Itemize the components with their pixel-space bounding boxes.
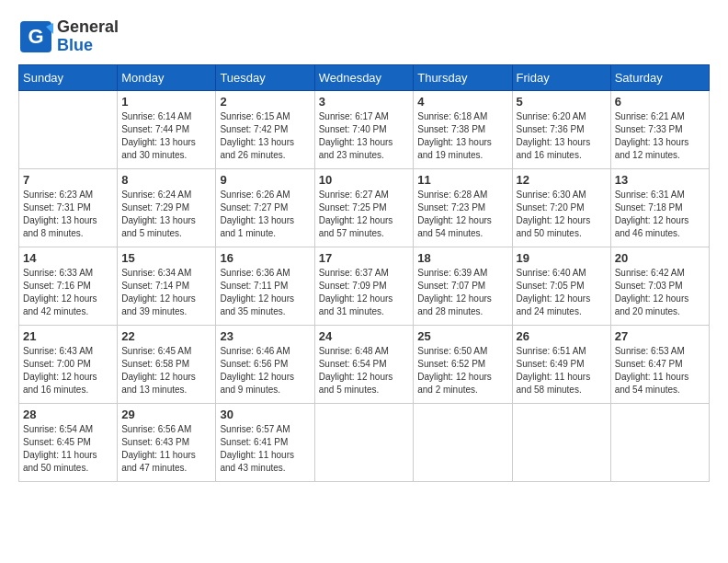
- day-info: Sunrise: 6:43 AMSunset: 7:00 PMDaylight:…: [23, 345, 113, 396]
- calendar-cell: [314, 403, 414, 481]
- day-info: Sunrise: 6:28 AMSunset: 7:23 PMDaylight:…: [417, 189, 507, 240]
- week-row-5: 28Sunrise: 6:54 AMSunset: 6:45 PMDayligh…: [19, 403, 710, 481]
- day-number: 1: [121, 95, 211, 109]
- day-info: Sunrise: 6:27 AMSunset: 7:25 PMDaylight:…: [319, 189, 410, 240]
- day-number: 28: [23, 408, 113, 421]
- day-header-monday: Monday: [118, 64, 216, 90]
- day-number: 11: [417, 173, 507, 187]
- day-info: Sunrise: 6:18 AMSunset: 7:38 PMDaylight:…: [417, 110, 507, 162]
- day-number: 13: [615, 173, 705, 187]
- day-info: Sunrise: 6:48 AMSunset: 6:54 PMDaylight:…: [319, 345, 410, 396]
- calendar-cell: 28Sunrise: 6:54 AMSunset: 6:45 PMDayligh…: [19, 403, 118, 481]
- day-info: Sunrise: 6:20 AMSunset: 7:36 PMDaylight:…: [517, 110, 607, 162]
- day-number: 5: [517, 95, 607, 109]
- day-info: Sunrise: 6:34 AMSunset: 7:14 PMDaylight:…: [121, 267, 211, 318]
- day-number: 23: [220, 329, 310, 343]
- calendar-cell: [19, 90, 118, 168]
- day-number: 27: [615, 329, 705, 343]
- day-number: 6: [615, 95, 705, 109]
- calendar-cell: 12Sunrise: 6:30 AMSunset: 7:20 PMDayligh…: [512, 168, 610, 247]
- day-info: Sunrise: 6:31 AMSunset: 7:18 PMDaylight:…: [615, 189, 705, 240]
- day-header-thursday: Thursday: [414, 64, 512, 90]
- calendar-cell: 29Sunrise: 6:56 AMSunset: 6:43 PMDayligh…: [118, 403, 216, 481]
- header: G General Blue: [18, 18, 710, 55]
- calendar-cell: 13Sunrise: 6:31 AMSunset: 7:18 PMDayligh…: [610, 168, 709, 247]
- calendar-cell: 16Sunrise: 6:36 AMSunset: 7:11 PMDayligh…: [216, 247, 314, 325]
- day-number: 29: [121, 408, 211, 421]
- day-number: 14: [23, 251, 113, 265]
- calendar-cell: 9Sunrise: 6:26 AMSunset: 7:27 PMDaylight…: [216, 168, 314, 247]
- day-info: Sunrise: 6:17 AMSunset: 7:40 PMDaylight:…: [319, 110, 410, 162]
- day-number: 24: [319, 329, 410, 343]
- day-number: 26: [517, 329, 607, 343]
- week-row-3: 14Sunrise: 6:33 AMSunset: 7:16 PMDayligh…: [19, 247, 710, 325]
- calendar-cell: 15Sunrise: 6:34 AMSunset: 7:14 PMDayligh…: [118, 247, 216, 325]
- calendar-cell: 17Sunrise: 6:37 AMSunset: 7:09 PMDayligh…: [314, 247, 414, 325]
- day-info: Sunrise: 6:54 AMSunset: 6:45 PMDaylight:…: [23, 423, 113, 475]
- day-info: Sunrise: 6:30 AMSunset: 7:20 PMDaylight:…: [517, 189, 607, 240]
- logo-general: General: [57, 17, 119, 36]
- calendar-cell: 3Sunrise: 6:17 AMSunset: 7:40 PMDaylight…: [314, 90, 414, 168]
- day-number: 18: [417, 251, 507, 265]
- day-info: Sunrise: 6:23 AMSunset: 7:31 PMDaylight:…: [23, 189, 113, 240]
- day-number: 20: [615, 251, 705, 265]
- day-info: Sunrise: 6:21 AMSunset: 7:33 PMDaylight:…: [615, 110, 705, 162]
- day-number: 8: [121, 173, 211, 187]
- calendar-cell: 18Sunrise: 6:39 AMSunset: 7:07 PMDayligh…: [414, 247, 512, 325]
- day-header-saturday: Saturday: [610, 64, 709, 90]
- day-number: 4: [417, 95, 507, 109]
- day-info: Sunrise: 6:36 AMSunset: 7:11 PMDaylight:…: [220, 267, 310, 318]
- calendar-cell: 30Sunrise: 6:57 AMSunset: 6:41 PMDayligh…: [216, 403, 314, 481]
- week-row-4: 21Sunrise: 6:43 AMSunset: 7:00 PMDayligh…: [19, 325, 710, 403]
- logo: G General Blue: [18, 18, 119, 55]
- day-number: 22: [121, 329, 211, 343]
- day-number: 19: [517, 251, 607, 265]
- calendar-cell: 25Sunrise: 6:50 AMSunset: 6:52 PMDayligh…: [414, 325, 512, 403]
- calendar-cell: 24Sunrise: 6:48 AMSunset: 6:54 PMDayligh…: [314, 325, 414, 403]
- day-info: Sunrise: 6:15 AMSunset: 7:42 PMDaylight:…: [220, 110, 310, 162]
- calendar-cell: 23Sunrise: 6:46 AMSunset: 6:56 PMDayligh…: [216, 325, 314, 403]
- day-number: 17: [319, 251, 410, 265]
- calendar-cell: 14Sunrise: 6:33 AMSunset: 7:16 PMDayligh…: [19, 247, 118, 325]
- day-number: 25: [417, 329, 507, 343]
- day-info: Sunrise: 6:57 AMSunset: 6:41 PMDaylight:…: [220, 423, 310, 475]
- calendar-cell: 8Sunrise: 6:24 AMSunset: 7:29 PMDaylight…: [118, 168, 216, 247]
- calendar-cell: 21Sunrise: 6:43 AMSunset: 7:00 PMDayligh…: [19, 325, 118, 403]
- calendar-cell: 11Sunrise: 6:28 AMSunset: 7:23 PMDayligh…: [414, 168, 512, 247]
- calendar-cell: 4Sunrise: 6:18 AMSunset: 7:38 PMDaylight…: [414, 90, 512, 168]
- calendar-cell: 19Sunrise: 6:40 AMSunset: 7:05 PMDayligh…: [512, 247, 610, 325]
- day-number: 2: [220, 95, 310, 109]
- day-info: Sunrise: 6:51 AMSunset: 6:49 PMDaylight:…: [517, 345, 607, 396]
- calendar-cell: 22Sunrise: 6:45 AMSunset: 6:58 PMDayligh…: [118, 325, 216, 403]
- day-number: 16: [220, 251, 310, 265]
- day-number: 12: [517, 173, 607, 187]
- calendar-cell: 7Sunrise: 6:23 AMSunset: 7:31 PMDaylight…: [19, 168, 118, 247]
- week-row-2: 7Sunrise: 6:23 AMSunset: 7:31 PMDaylight…: [19, 168, 710, 247]
- week-row-1: 1Sunrise: 6:14 AMSunset: 7:44 PMDaylight…: [19, 90, 710, 168]
- day-info: Sunrise: 6:50 AMSunset: 6:52 PMDaylight:…: [417, 345, 507, 396]
- day-number: 9: [220, 173, 310, 187]
- calendar-cell: 1Sunrise: 6:14 AMSunset: 7:44 PMDaylight…: [118, 90, 216, 168]
- day-number: 21: [23, 329, 113, 343]
- calendar: SundayMondayTuesdayWednesdayThursdayFrid…: [18, 64, 710, 482]
- calendar-cell: 27Sunrise: 6:53 AMSunset: 6:47 PMDayligh…: [610, 325, 709, 403]
- day-info: Sunrise: 6:14 AMSunset: 7:44 PMDaylight:…: [121, 110, 211, 162]
- day-number: 7: [23, 173, 113, 187]
- day-info: Sunrise: 6:45 AMSunset: 6:58 PMDaylight:…: [121, 345, 211, 396]
- logo-blue: Blue: [57, 37, 119, 55]
- day-number: 3: [319, 95, 410, 109]
- day-info: Sunrise: 6:39 AMSunset: 7:07 PMDaylight:…: [417, 267, 507, 318]
- day-header-friday: Friday: [512, 64, 610, 90]
- logo-icon: G: [18, 19, 53, 54]
- day-info: Sunrise: 6:56 AMSunset: 6:43 PMDaylight:…: [121, 423, 211, 475]
- day-info: Sunrise: 6:26 AMSunset: 7:27 PMDaylight:…: [220, 189, 310, 240]
- calendar-cell: 5Sunrise: 6:20 AMSunset: 7:36 PMDaylight…: [512, 90, 610, 168]
- day-header-wednesday: Wednesday: [314, 64, 414, 90]
- calendar-cell: 20Sunrise: 6:42 AMSunset: 7:03 PMDayligh…: [610, 247, 709, 325]
- calendar-cell: [414, 403, 512, 481]
- calendar-header-row: SundayMondayTuesdayWednesdayThursdayFrid…: [19, 64, 710, 90]
- day-info: Sunrise: 6:37 AMSunset: 7:09 PMDaylight:…: [319, 267, 410, 318]
- day-info: Sunrise: 6:40 AMSunset: 7:05 PMDaylight:…: [517, 267, 607, 318]
- day-info: Sunrise: 6:46 AMSunset: 6:56 PMDaylight:…: [220, 345, 310, 396]
- day-header-sunday: Sunday: [19, 64, 118, 90]
